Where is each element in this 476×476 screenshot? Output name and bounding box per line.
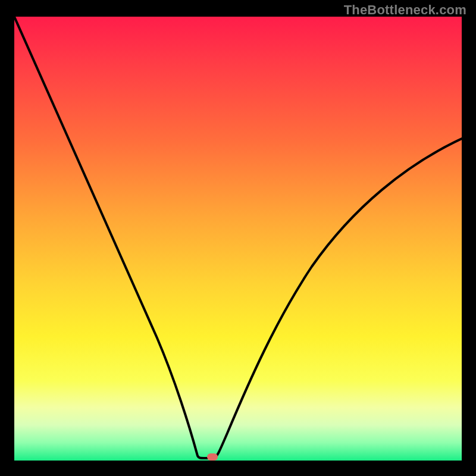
curve-path: [14, 17, 462, 458]
bottleneck-curve: [14, 17, 462, 461]
watermark-text: TheBottleneck.com: [344, 2, 466, 18]
chart-frame: TheBottleneck.com: [0, 0, 476, 476]
plot-area: [14, 17, 462, 461]
optimal-point-marker: [207, 453, 218, 461]
